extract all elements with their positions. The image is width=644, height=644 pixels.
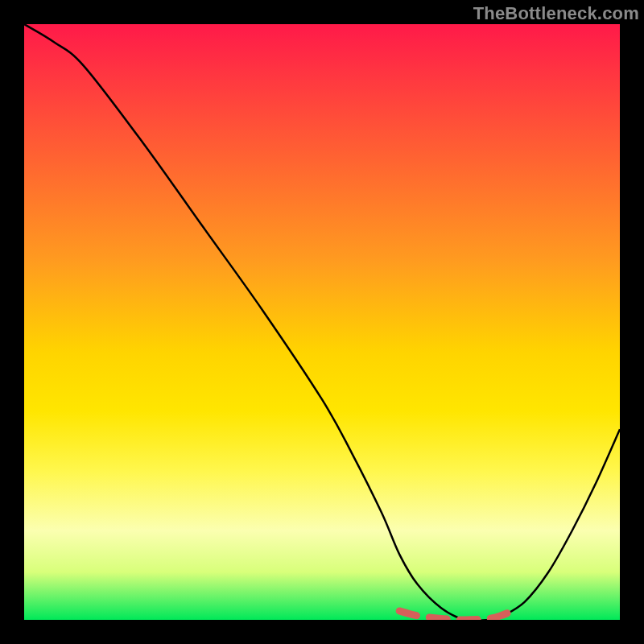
chart-frame: TheBottleneck.com xyxy=(0,0,644,644)
chart-svg xyxy=(24,24,620,620)
bottleneck-curve xyxy=(24,24,620,620)
optimal-range-marker xyxy=(399,611,513,620)
watermark-text: TheBottleneck.com xyxy=(473,3,639,24)
